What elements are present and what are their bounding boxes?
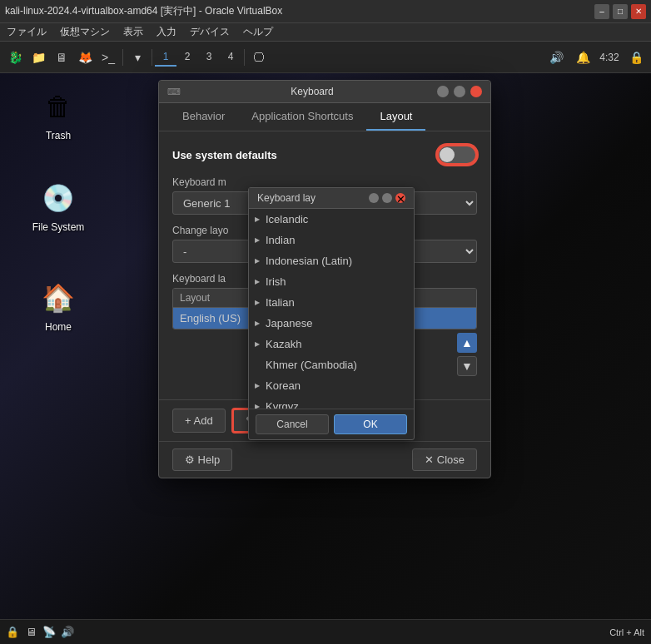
dropdown-item-irish[interactable]: Irish	[249, 271, 414, 292]
workspace-2[interactable]: 2	[176, 48, 198, 67]
tab-app-shortcuts[interactable]: Application Shortcuts	[238, 103, 366, 131]
toolbar-separator	[122, 49, 123, 66]
dropdown-item-khmer[interactable]: Khmer (Cambodia)	[249, 354, 414, 375]
taskbar-bottom: 🔒 🖥 📡 🔊 Ctrl + Alt	[0, 619, 651, 644]
dialog-titlebar: ⌨ Keyboard	[159, 81, 490, 103]
workspace-3[interactable]: 3	[198, 48, 220, 67]
toolbar-icon-time: 4:32	[598, 46, 621, 69]
titlebar: kali-linux-2024.4-virtualbox-amd64 [実行中]…	[0, 0, 651, 23]
maximize-button[interactable]: □	[613, 4, 628, 19]
filesystem-label: File System	[32, 221, 85, 233]
toolbar-separator-3	[244, 49, 245, 66]
desktop-icon-home[interactable]: 🏠 Home	[25, 275, 92, 336]
toolbar-icon-terminal[interactable]: 🖥	[50, 46, 73, 69]
dropdown-item-icelandic[interactable]: Icelandic	[249, 209, 414, 230]
keyboard-layout-dropdown: Keyboard lay ✕ Icelandic Indian Indonesi…	[248, 187, 415, 440]
tab-layout[interactable]: Layout	[366, 103, 425, 131]
toolbar-icon-folder[interactable]: 📁	[27, 46, 50, 69]
window-title: kali-linux-2024.4-virtualbox-amd64 [実行中]…	[5, 4, 594, 18]
dropdown-close-btn[interactable]: ✕	[395, 193, 405, 203]
workspace-1[interactable]: 1	[155, 48, 176, 67]
menu-vm[interactable]: 仮想マシン	[53, 25, 117, 39]
dropdown-item-korean[interactable]: Korean	[249, 375, 414, 396]
dropdown-cancel-button[interactable]: Cancel	[256, 414, 329, 434]
taskbar-bottom-items: 🔒 🖥 📡 🔊 Ctrl + Alt	[0, 623, 651, 642]
ctrl-alt-label: Ctrl + Alt	[609, 627, 644, 637]
toolbar-icon-lock[interactable]: 🔒	[624, 46, 648, 69]
home-label: Home	[45, 321, 72, 333]
toggle-knob	[440, 147, 455, 162]
dropdown-item-kyrgyz[interactable]: Kyrgyz	[249, 396, 414, 409]
dropdown-item-indian[interactable]: Indian	[249, 230, 414, 250]
dropdown-item-kazakh[interactable]: Kazakh	[249, 334, 414, 354]
dropdown-title: Keyboard lay	[257, 192, 316, 204]
menu-file[interactable]: ファイル	[0, 25, 53, 39]
toolbar-icon-speaker[interactable]: 🔊	[544, 46, 568, 69]
toolbar-icon-cmd[interactable]: >_	[97, 46, 120, 69]
menu-help[interactable]: ヘルプ	[236, 25, 280, 39]
app-toolbar: 🐉 📁 🖥 🦊 >_ ▾ 1 2 3 4 🖵 🔊 🔔 4:32 🔒	[0, 42, 651, 73]
dialog-controls	[437, 86, 482, 97]
dialog-minimize-btn[interactable]	[437, 86, 449, 97]
dropdown-item-japanese[interactable]: Japanese	[249, 313, 414, 334]
dialog-help-close: ⚙ Help ✕ Close	[159, 441, 490, 478]
menu-view[interactable]: 表示	[117, 25, 150, 39]
move-down-button[interactable]: ▼	[457, 356, 477, 376]
home-icon: 🏠	[38, 278, 78, 318]
dropdown-ok-button[interactable]: OK	[334, 414, 407, 434]
taskbar-icon-4[interactable]: 🔊	[58, 623, 77, 642]
use-system-defaults-toggle[interactable]	[437, 145, 477, 165]
desktop-icon-filesystem[interactable]: 💿 File System	[25, 175, 92, 236]
trash-label: Trash	[46, 130, 71, 141]
help-button[interactable]: ⚙ Help	[172, 448, 232, 471]
keyboard-model-label: Keyboard m	[172, 176, 477, 188]
close-window-button[interactable]: ✕	[631, 4, 646, 19]
dialog-title: Keyboard	[291, 86, 333, 97]
menu-input[interactable]: 入力	[150, 25, 183, 39]
move-up-button[interactable]: ▲	[457, 333, 477, 353]
trash-icon: 🗑	[38, 87, 78, 126]
dialog-close-btn[interactable]	[470, 86, 482, 97]
toolbar-icon-bell[interactable]: 🔔	[571, 46, 594, 69]
minimize-button[interactable]: –	[594, 4, 609, 19]
taskbar-icon-3[interactable]: 📡	[40, 623, 58, 642]
dialog-icon: ⌨	[167, 87, 181, 97]
use-system-defaults-row: Use system defaults	[172, 145, 477, 165]
dropdown-max-btn[interactable]	[382, 193, 392, 203]
menubar: ファイル 仮想マシン 表示 入力 デバイス ヘルプ	[0, 23, 651, 42]
add-layout-button[interactable]: + Add	[172, 409, 226, 433]
dropdown-header: Keyboard lay ✕	[249, 188, 414, 209]
tab-behavior[interactable]: Behavior	[169, 103, 238, 131]
taskbar-right: Ctrl + Alt	[609, 627, 648, 637]
toolbar-separator-2	[152, 49, 152, 66]
filesystem-icon: 💿	[38, 178, 78, 218]
workspace-4[interactable]: 4	[220, 48, 241, 67]
window-controls: – □ ✕	[594, 4, 646, 19]
dropdown-list: Icelandic Indian Indonesian (Latin) Iris…	[249, 209, 414, 409]
toolbar-icon-browser[interactable]: 🦊	[73, 46, 97, 69]
taskbar-icon-2[interactable]: 🖥	[22, 623, 40, 642]
dropdown-header-buttons: ✕	[369, 193, 405, 203]
desktop-icon-trash[interactable]: 🗑 Trash	[25, 83, 92, 145]
dropdown-item-italian[interactable]: Italian	[249, 292, 414, 313]
toolbar-icon-monitor[interactable]: 🖵	[247, 46, 271, 69]
dropdown-item-indonesian[interactable]: Indonesian (Latin)	[249, 250, 414, 271]
dialog-tabs: Behavior Application Shortcuts Layout	[159, 103, 490, 131]
toolbar-dropdown[interactable]: ▾	[126, 46, 149, 69]
toolbar-icon-kali[interactable]: 🐉	[3, 46, 27, 69]
dropdown-min-btn[interactable]	[369, 193, 379, 203]
dialog-maximize-btn[interactable]	[454, 86, 465, 97]
menu-devices[interactable]: デバイス	[183, 25, 236, 39]
taskbar-icon-1[interactable]: 🔒	[3, 623, 22, 642]
dropdown-actions: Cancel OK	[249, 409, 414, 439]
use-system-defaults-label: Use system defaults	[172, 149, 277, 161]
desktop: kali-linux-2024.4-virtualbox-amd64 [実行中]…	[0, 0, 651, 644]
dialog-close-button[interactable]: ✕ Close	[412, 448, 477, 471]
